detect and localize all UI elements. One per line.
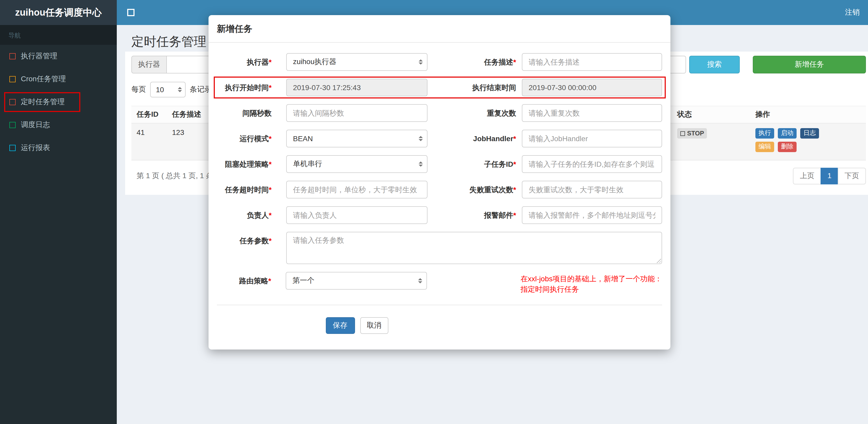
sidebar-item-executor-mgmt[interactable]: 执行器管理 bbox=[0, 45, 117, 68]
action-line-2: 编辑 删除 bbox=[755, 142, 861, 152]
start-time-label: 执行开始时间* bbox=[217, 79, 272, 92]
form-row-route: 路由策略* 第一个 在xxl-jobs项目的基础上，新增了一个功能： 指定时间执… bbox=[217, 272, 662, 294]
owner-label: 负责人* bbox=[217, 206, 272, 220]
end-time-input[interactable] bbox=[522, 79, 662, 96]
select-arrows-icon bbox=[418, 136, 423, 141]
block-strategy-select-value: 单机串行 bbox=[293, 159, 322, 169]
app-viewport: zuihou任务调度中心 注销 导航 执行器管理 Cron任务管理 定时任务管理… bbox=[0, 0, 868, 424]
route-spacer bbox=[427, 272, 515, 276]
square-icon bbox=[9, 145, 16, 151]
form-row-times: 执行开始时间* 执行结束时间 bbox=[217, 79, 662, 96]
status-badge-label: STOP bbox=[687, 130, 704, 137]
sidebar-item-label: 调度日志 bbox=[21, 120, 50, 130]
delete-button[interactable]: 删除 bbox=[778, 142, 797, 152]
executor-select-value: zuihou执行器 bbox=[293, 57, 337, 67]
form-row-timeout: 任务超时时间* 失败重试次数* bbox=[217, 181, 662, 198]
select-arrows-icon bbox=[418, 161, 423, 167]
feature-note: 在xxl-jobs项目的基础上，新增了一个功能： 指定时间执行任务 bbox=[521, 272, 662, 294]
status-badge: STOP bbox=[677, 128, 707, 138]
sidebar-item-label: 执行器管理 bbox=[21, 52, 57, 61]
modal-title: 新增任务 bbox=[217, 24, 252, 34]
job-handler-label: JobHandler* bbox=[428, 130, 516, 143]
cancel-button[interactable]: 取消 bbox=[360, 317, 388, 334]
sidebar-toggle-icon bbox=[127, 9, 134, 16]
block-strategy-label: 阻塞处理策略* bbox=[217, 155, 272, 169]
page-size-value: 10 bbox=[156, 86, 164, 94]
child-job-id-input[interactable] bbox=[522, 155, 662, 173]
next-page-button[interactable]: 下页 bbox=[838, 167, 866, 184]
interval-label: 间隔秒数 bbox=[217, 104, 272, 118]
log-button[interactable]: 日志 bbox=[800, 128, 819, 138]
run-mode-select[interactable]: BEAN bbox=[286, 130, 428, 148]
modal-footer: 保存 取消 bbox=[209, 305, 671, 350]
edit-button[interactable]: 编辑 bbox=[755, 142, 774, 152]
cell-status: STOP bbox=[672, 123, 750, 160]
save-button[interactable]: 保存 bbox=[326, 317, 355, 334]
form-row-block: 阻塞处理策略* 单机串行 子任务ID* bbox=[217, 155, 662, 173]
select-arrows-icon bbox=[418, 278, 422, 283]
cell-job-id: 41 bbox=[131, 123, 167, 160]
page-size-select[interactable]: 10 bbox=[150, 82, 186, 97]
logout-link[interactable]: 注销 bbox=[845, 8, 860, 17]
repeat-count-label: 重复次数 bbox=[428, 104, 516, 118]
run-mode-label: 运行模式* bbox=[217, 130, 272, 143]
job-param-textarea[interactable] bbox=[286, 232, 662, 264]
job-desc-input[interactable] bbox=[522, 53, 662, 71]
app-brand-label: zuihou任务调度中心 bbox=[15, 6, 102, 19]
job-desc-label: 任务描述* bbox=[428, 53, 516, 67]
route-strategy-label: 路由策略* bbox=[217, 272, 271, 286]
alarm-email-input[interactable] bbox=[522, 206, 662, 224]
form-row-owner: 负责人* 报警邮件* bbox=[217, 206, 662, 224]
sidebar-item-run-report[interactable]: 运行报表 bbox=[0, 136, 117, 159]
add-job-modal: 新增任务 执行器* zuihou执行器 任务描述* 执行开始时间* bbox=[209, 15, 671, 350]
sidebar-item-timed-jobs[interactable]: 定时任务管理 bbox=[0, 91, 117, 113]
run-mode-select-value: BEAN bbox=[293, 134, 313, 143]
alarm-email-label: 报警邮件* bbox=[428, 206, 516, 220]
sidebar-item-label: 定时任务管理 bbox=[21, 97, 65, 107]
add-job-button[interactable]: 新增任务 bbox=[753, 56, 866, 73]
sidebar-item-cron-jobs[interactable]: Cron任务管理 bbox=[0, 68, 117, 91]
route-strategy-select-value: 第一个 bbox=[292, 276, 314, 286]
sidebar-item-label: 运行报表 bbox=[21, 143, 50, 153]
timeout-label: 任务超时时间* bbox=[217, 181, 272, 194]
col-header-job-id: 任务ID bbox=[131, 106, 167, 123]
job-handler-input[interactable] bbox=[522, 130, 662, 148]
prev-page-button[interactable]: 上页 bbox=[793, 167, 821, 184]
timeout-input[interactable] bbox=[286, 181, 428, 198]
start-time-input[interactable] bbox=[286, 79, 428, 96]
executor-select[interactable]: zuihou执行器 bbox=[286, 53, 428, 71]
pager: 上页 1 下页 bbox=[793, 167, 866, 184]
run-button[interactable]: 执行 bbox=[755, 128, 774, 138]
square-icon bbox=[9, 76, 16, 82]
form-row-params: 任务参数* bbox=[217, 232, 662, 264]
search-button[interactable]: 搜索 bbox=[689, 56, 740, 73]
form-row-runmode: 运行模式* BEAN JobHandler* bbox=[217, 130, 662, 148]
modal-header: 新增任务 bbox=[209, 15, 671, 43]
select-arrows-icon bbox=[418, 59, 423, 65]
stop-icon bbox=[680, 131, 685, 136]
owner-input[interactable] bbox=[286, 206, 428, 224]
sidebar-toggle-button[interactable] bbox=[125, 7, 136, 18]
square-icon bbox=[9, 122, 16, 128]
executor-label: 执行器* bbox=[217, 53, 272, 67]
job-param-label: 任务参数* bbox=[217, 232, 272, 245]
current-page-button[interactable]: 1 bbox=[820, 167, 838, 184]
square-icon bbox=[9, 99, 16, 105]
form-row-executor: 执行器* zuihou执行器 任务描述* bbox=[217, 53, 662, 71]
action-line-1: 执行 启动 日志 bbox=[755, 128, 861, 138]
repeat-count-input[interactable] bbox=[522, 104, 662, 122]
modal-body: 执行器* zuihou执行器 任务描述* 执行开始时间* 执行结束时间 bbox=[209, 43, 671, 350]
col-header-status: 状态 bbox=[672, 106, 750, 123]
block-strategy-select[interactable]: 单机串行 bbox=[286, 155, 428, 173]
page-size-prefix: 每页 bbox=[131, 85, 146, 94]
fail-retry-input[interactable] bbox=[522, 181, 662, 198]
child-job-id-label: 子任务ID* bbox=[428, 155, 516, 169]
sidebar-item-label: Cron任务管理 bbox=[21, 74, 66, 84]
sidebar-section-label: 导航 bbox=[0, 25, 117, 45]
select-arrows-icon bbox=[178, 87, 182, 92]
sidebar-item-dispatch-log[interactable]: 调度日志 bbox=[0, 113, 117, 136]
feature-note-line1: 在xxl-jobs项目的基础上，新增了一个功能： bbox=[521, 273, 662, 284]
start-button[interactable]: 启动 bbox=[778, 128, 797, 138]
route-strategy-select[interactable]: 第一个 bbox=[286, 272, 427, 290]
interval-input[interactable] bbox=[286, 104, 428, 122]
